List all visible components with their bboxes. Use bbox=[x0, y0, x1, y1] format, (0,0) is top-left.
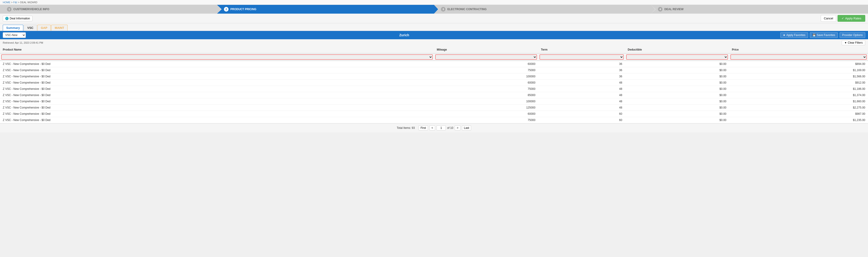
first-page-button[interactable]: First bbox=[418, 125, 428, 131]
tab-maint-label: MAINT bbox=[55, 26, 64, 30]
cell-price-8: $987.00 bbox=[729, 111, 868, 117]
last-page-button[interactable]: Last bbox=[462, 125, 471, 131]
filter-term-select[interactable] bbox=[539, 55, 624, 60]
filter-mileage-select[interactable] bbox=[435, 55, 537, 60]
next-page-button[interactable]: > bbox=[455, 125, 461, 131]
total-items: Total Items: 93 bbox=[397, 126, 415, 130]
column-term: Term bbox=[538, 46, 625, 53]
filter-deductible-select[interactable] bbox=[626, 55, 728, 60]
data-table: Product Name Mileage Term Deductible Pri… bbox=[0, 46, 868, 123]
clear-filters-label: Clear Filters bbox=[848, 41, 863, 44]
cell-deductible-3: $0.00 bbox=[625, 80, 729, 86]
tab-summary[interactable]: Summary bbox=[3, 25, 23, 31]
step-4-label: DEAL REVIEW bbox=[664, 8, 683, 11]
breadcrumb-fi[interactable]: F&I bbox=[13, 1, 17, 4]
filter-deductible-cell[interactable] bbox=[625, 53, 729, 61]
cell-deductible-6: $0.00 bbox=[625, 98, 729, 105]
tab-vsc[interactable]: VSC bbox=[24, 25, 37, 31]
step-2[interactable]: 2 PRODUCT PRICING bbox=[217, 5, 434, 13]
cell-term-7: 48 bbox=[538, 105, 625, 111]
clear-filters-button[interactable]: ▼ Clear Filters bbox=[842, 40, 865, 45]
save-favorites-button[interactable]: 💾 Save Favorites bbox=[810, 32, 838, 38]
step-1-label: CUSTOMER/VEHICLE INFO bbox=[13, 8, 49, 11]
table-row[interactable]: Z VSC - New Comprehensive - $0 Ded 10000… bbox=[0, 74, 868, 80]
filter-price-select[interactable] bbox=[731, 55, 867, 60]
cell-mileage-5: 85000 bbox=[434, 92, 538, 98]
apply-favorites-button[interactable]: ★ Apply Favorites bbox=[780, 32, 808, 38]
apply-rates-button[interactable]: ✓ Apply Rates bbox=[838, 15, 865, 22]
table-row[interactable]: Z VSC - New Comprehensive - $0 Ded 10000… bbox=[0, 98, 868, 105]
cell-mileage-9: 75000 bbox=[434, 117, 538, 123]
cell-price-1: $1,169.00 bbox=[729, 67, 868, 74]
page-of-label: of 10 bbox=[447, 126, 453, 130]
provider-name: Zurich bbox=[28, 33, 780, 37]
table-body: Z VSC - New Comprehensive - $0 Ded 60000… bbox=[0, 61, 868, 123]
tab-gap-label: GAP bbox=[41, 26, 47, 30]
breadcrumb-home[interactable]: HOME bbox=[3, 1, 10, 4]
table-row[interactable]: Z VSC - New Comprehensive - $0 Ded 85000… bbox=[0, 92, 868, 98]
cell-price-4: $1,186.00 bbox=[729, 86, 868, 92]
deal-information-button[interactable]: i Deal Information bbox=[3, 16, 32, 21]
cell-mileage-7: 125000 bbox=[434, 105, 538, 111]
apply-rates-label: Apply Rates bbox=[845, 17, 861, 20]
provider-select[interactable]: VSC-New bbox=[3, 32, 26, 38]
cell-mileage-4: 75000 bbox=[434, 86, 538, 92]
cell-mileage-8: 60000 bbox=[434, 111, 538, 117]
filter-product-select[interactable] bbox=[1, 55, 433, 60]
filter-row bbox=[0, 53, 868, 61]
filter-product-cell[interactable] bbox=[0, 53, 434, 61]
step-1-num: 1 bbox=[7, 7, 11, 11]
save-favorites-label: Save Favorites bbox=[817, 33, 835, 37]
progress-bar: 1 CUSTOMER/VEHICLE INFO 2 PRODUCT PRICIN… bbox=[0, 5, 868, 13]
cell-price-6: $1,660.00 bbox=[729, 98, 868, 105]
step-3[interactable]: 3 ELECTRONIC CONTRACTING bbox=[434, 5, 651, 13]
cell-price-3: $912.00 bbox=[729, 80, 868, 86]
cell-price-2: $1,566.00 bbox=[729, 74, 868, 80]
tab-gap[interactable]: GAP bbox=[37, 25, 51, 31]
retrieved-text: Retrieved: Apr 11, 2023 2:09:41 PM bbox=[3, 41, 43, 44]
table-row[interactable]: Z VSC - New Comprehensive - $0 Ded 60000… bbox=[0, 80, 868, 86]
cell-price-9: $1,235.00 bbox=[729, 117, 868, 123]
current-page-input[interactable] bbox=[437, 125, 446, 131]
provider-options-button[interactable]: Provider Options bbox=[840, 32, 865, 38]
table-row[interactable]: Z VSC - New Comprehensive - $0 Ded 75000… bbox=[0, 117, 868, 123]
cell-deductible-8: $0.00 bbox=[625, 111, 729, 117]
star-icon: ★ bbox=[783, 33, 785, 37]
step-4-num: 4 bbox=[658, 7, 662, 11]
breadcrumb-sep2: > bbox=[18, 1, 19, 4]
cell-mileage-3: 60000 bbox=[434, 80, 538, 86]
table-row[interactable]: Z VSC - New Comprehensive - $0 Ded 60000… bbox=[0, 111, 868, 117]
info-icon: i bbox=[5, 17, 8, 20]
filter-mileage-cell[interactable] bbox=[434, 53, 538, 61]
step-3-num: 3 bbox=[441, 7, 445, 11]
save-icon: 💾 bbox=[812, 33, 816, 37]
prev-page-button[interactable]: < bbox=[429, 125, 435, 131]
table-container: Product Name Mileage Term Deductible Pri… bbox=[0, 46, 868, 123]
cell-product-0: Z VSC - New Comprehensive - $0 Ded bbox=[0, 61, 434, 67]
step-2-num: 2 bbox=[224, 7, 228, 11]
table-row[interactable]: Z VSC - New Comprehensive - $0 Ded 12500… bbox=[0, 105, 868, 111]
cell-price-7: $2,275.00 bbox=[729, 105, 868, 111]
step-2-label: PRODUCT PRICING bbox=[230, 8, 256, 11]
filter-term-cell[interactable] bbox=[538, 53, 625, 61]
column-product: Product Name bbox=[0, 46, 434, 53]
cell-mileage-1: 75000 bbox=[434, 67, 538, 74]
filter-price-cell[interactable] bbox=[729, 53, 868, 61]
step-1[interactable]: 1 CUSTOMER/VEHICLE INFO bbox=[0, 5, 217, 13]
step-3-label: ELECTRONIC CONTRACTING bbox=[447, 8, 487, 11]
tab-maint[interactable]: MAINT bbox=[51, 25, 68, 31]
cancel-button[interactable]: Cancel bbox=[821, 15, 836, 22]
column-deductible: Deductible bbox=[625, 46, 729, 53]
cell-product-8: Z VSC - New Comprehensive - $0 Ded bbox=[0, 111, 434, 117]
cell-term-2: 36 bbox=[538, 74, 625, 80]
cell-term-0: 36 bbox=[538, 61, 625, 67]
cell-term-8: 60 bbox=[538, 111, 625, 117]
table-row[interactable]: Z VSC - New Comprehensive - $0 Ded 75000… bbox=[0, 67, 868, 74]
action-right: Cancel ✓ Apply Rates bbox=[821, 15, 865, 22]
cell-product-3: Z VSC - New Comprehensive - $0 Ded bbox=[0, 80, 434, 86]
cell-product-2: Z VSC - New Comprehensive - $0 Ded bbox=[0, 74, 434, 80]
step-4[interactable]: 4 DEAL REVIEW bbox=[651, 5, 868, 13]
table-row[interactable]: Z VSC - New Comprehensive - $0 Ded 75000… bbox=[0, 86, 868, 92]
cell-term-6: 48 bbox=[538, 98, 625, 105]
table-row[interactable]: Z VSC - New Comprehensive - $0 Ded 60000… bbox=[0, 61, 868, 67]
